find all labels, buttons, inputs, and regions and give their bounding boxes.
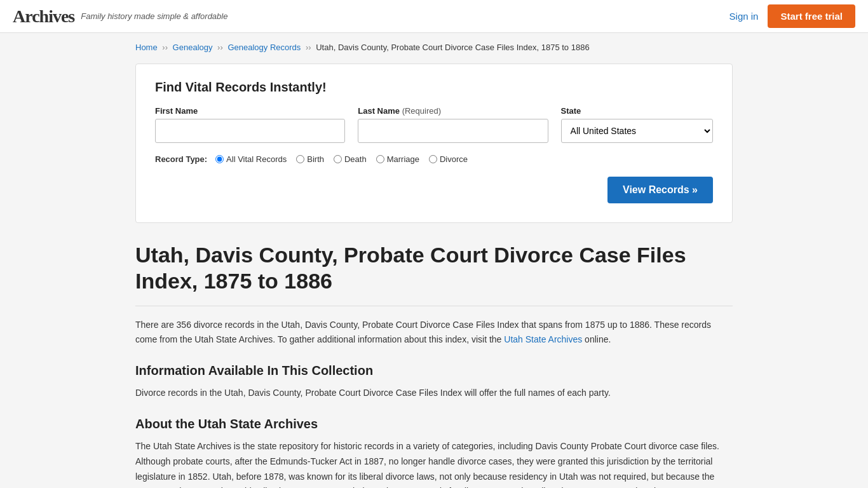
section2-text: The Utah State Archives is the state rep… [135,439,733,488]
breadcrumb-sep-1: ›› [162,43,170,52]
radio-marriage-label: Marriage [387,154,419,164]
breadcrumb-sep-2: ›› [217,43,225,52]
logo-tagline: Family history made simple & affordable [81,11,227,21]
state-label: State [561,106,713,116]
radio-death-input[interactable] [334,155,342,163]
state-select[interactable]: All United States Alabama Alaska Arizona… [561,119,713,143]
breadcrumb-sep-3: ›› [306,43,313,52]
last-name-input[interactable] [358,119,548,143]
radio-marriage-input[interactable] [376,155,384,163]
radio-birth-label: Birth [307,154,324,164]
breadcrumb-genealogy-records[interactable]: Genealogy Records [227,43,301,52]
last-name-label: Last Name (Required) [358,106,548,116]
breadcrumb-home[interactable]: Home [135,43,158,52]
radio-marriage[interactable]: Marriage [376,154,419,164]
radio-death-label: Death [344,154,367,164]
view-records-row: View Records » [155,177,713,203]
section1-text: Divorce records in the Utah, Davis Count… [135,386,733,401]
radio-all-vital[interactable]: All Vital Records [215,154,287,164]
header: Archives Family history made simple & af… [0,0,868,33]
header-right: Sign in Start free trial [729,4,855,28]
radio-divorce[interactable]: Divorce [429,154,468,164]
start-trial-button[interactable]: Start free trial [768,4,855,28]
search-fields-row: First Name Last Name (Required) State Al… [155,106,713,143]
description-text: There are 356 divorce records in the Uta… [135,318,733,348]
logo: Archives [13,6,74,27]
state-field: State All United States Alabama Alaska A… [561,106,713,143]
section-information: Information Available In This Collection… [135,363,733,401]
first-name-label: First Name [155,106,345,116]
last-name-field: Last Name (Required) [358,106,548,143]
radio-death[interactable]: Death [334,154,367,164]
search-title: Find Vital Records Instantly! [155,80,713,95]
view-records-button[interactable]: View Records » [607,177,713,203]
section2-heading: About the Utah State Archives [135,417,733,431]
utah-archives-link[interactable]: Utah State Archives [504,334,582,344]
search-box: Find Vital Records Instantly! First Name… [135,64,733,223]
first-name-field: First Name [155,106,345,143]
description: There are 356 divorce records in the Uta… [135,318,733,348]
breadcrumb-current: Utah, Davis County, Probate Court Divorc… [316,43,589,52]
header-left: Archives Family history made simple & af… [13,6,227,27]
record-type-row: Record Type: All Vital Records Birth Dea… [155,154,713,164]
radio-all-vital-label: All Vital Records [226,154,287,164]
main-content: Home ›› Genealogy ›› Genealogy Records ›… [123,33,745,488]
breadcrumb: Home ›› Genealogy ›› Genealogy Records ›… [135,43,733,52]
section-about-archives: About the Utah State Archives The Utah S… [135,417,733,488]
radio-divorce-input[interactable] [429,155,437,163]
radio-all-vital-input[interactable] [215,155,224,163]
page-title: Utah, Davis County, Probate Court Divorc… [135,242,733,306]
section1-heading: Information Available In This Collection [135,363,733,378]
sign-in-link[interactable]: Sign in [729,11,759,22]
breadcrumb-genealogy[interactable]: Genealogy [173,43,213,52]
record-type-label: Record Type: [155,154,207,164]
first-name-input[interactable] [155,119,345,143]
radio-birth-input[interactable] [296,155,304,163]
last-name-required: (Required) [402,106,441,116]
radio-divorce-label: Divorce [440,154,468,164]
radio-birth[interactable]: Birth [296,154,324,164]
